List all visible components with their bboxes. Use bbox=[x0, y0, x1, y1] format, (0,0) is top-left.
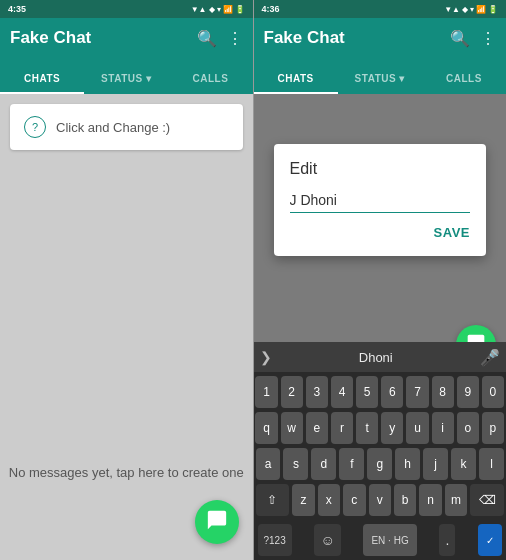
right-menu-icon[interactable]: ⋮ bbox=[480, 29, 496, 48]
right-tab-bar: CHATS STATUS ▾ CALLS bbox=[254, 58, 507, 94]
right-header-icons: 🔍 ⋮ bbox=[450, 29, 496, 48]
period-key[interactable]: . bbox=[439, 524, 455, 556]
key-y[interactable]: y bbox=[381, 412, 403, 444]
key-v[interactable]: v bbox=[369, 484, 391, 516]
chat-item-icon: ? bbox=[24, 116, 46, 138]
right-time: 4:36 bbox=[262, 4, 280, 14]
key-4[interactable]: 4 bbox=[331, 376, 353, 408]
mic-icon[interactable]: 🎤 bbox=[480, 348, 500, 367]
chat-item-text: Click and Change :) bbox=[56, 120, 170, 135]
right-phone: 4:36 ▼▲ ◆ ▾ 📶 🔋 Fake Chat 🔍 ⋮ CHATS STAT… bbox=[254, 0, 507, 560]
left-fab-icon bbox=[206, 509, 228, 536]
left-phone: 4:35 ▼▲ ◆ ▾ 📶 🔋 Fake Chat 🔍 ⋮ CHATS STAT… bbox=[0, 0, 253, 560]
right-main-content: Edit SAVE ❯ Dhoni 🎤 bbox=[254, 94, 507, 560]
key-c[interactable]: c bbox=[343, 484, 365, 516]
key-j[interactable]: j bbox=[423, 448, 448, 480]
dialog-actions: SAVE bbox=[290, 225, 471, 240]
key-z[interactable]: z bbox=[292, 484, 314, 516]
left-header-icons: 🔍 ⋮ bbox=[197, 29, 243, 48]
right-search-icon[interactable]: 🔍 bbox=[450, 29, 470, 48]
suggestion-text[interactable]: Dhoni bbox=[278, 350, 475, 365]
key-f[interactable]: f bbox=[339, 448, 364, 480]
kb-row-numbers: 1 2 3 4 5 6 7 8 9 0 bbox=[256, 376, 505, 408]
keyboard: ❯ Dhoni 🎤 1 2 3 4 5 6 7 8 9 0 bbox=[254, 342, 507, 560]
key-6[interactable]: 6 bbox=[381, 376, 403, 408]
key-x[interactable]: x bbox=[318, 484, 340, 516]
key-5[interactable]: 5 bbox=[356, 376, 378, 408]
left-status-bar: 4:35 ▼▲ ◆ ▾ 📶 🔋 bbox=[0, 0, 253, 18]
key-7[interactable]: 7 bbox=[406, 376, 428, 408]
key-0[interactable]: 0 bbox=[482, 376, 504, 408]
right-tab-status[interactable]: STATUS ▾ bbox=[338, 65, 422, 94]
left-search-icon[interactable]: 🔍 bbox=[197, 29, 217, 48]
no-messages-text: No messages yet, tap here to create one bbox=[0, 465, 253, 480]
key-h[interactable]: h bbox=[395, 448, 420, 480]
emoji-key[interactable]: ☺ bbox=[314, 524, 340, 556]
save-button[interactable]: SAVE bbox=[434, 225, 470, 240]
right-tab-chats[interactable]: CHATS bbox=[254, 65, 338, 94]
key-a[interactable]: a bbox=[256, 448, 281, 480]
right-status-bar: 4:36 ▼▲ ◆ ▾ 📶 🔋 bbox=[254, 0, 507, 18]
kb-bottom-row: ?123 ☺ EN · HG . ✓ bbox=[254, 524, 507, 560]
key-r[interactable]: r bbox=[331, 412, 353, 444]
key-1[interactable]: 1 bbox=[255, 376, 277, 408]
key-m[interactable]: m bbox=[445, 484, 467, 516]
left-time: 4:35 bbox=[8, 4, 26, 14]
enter-key[interactable]: ✓ bbox=[478, 524, 502, 556]
key-2[interactable]: 2 bbox=[281, 376, 303, 408]
symbols-key[interactable]: ?123 bbox=[258, 524, 292, 556]
left-tab-bar: CHATS STATUS ▾ CALLS bbox=[0, 58, 253, 94]
right-tab-calls[interactable]: CALLS bbox=[422, 65, 506, 94]
key-3[interactable]: 3 bbox=[306, 376, 328, 408]
key-t[interactable]: t bbox=[356, 412, 378, 444]
dialog-input[interactable] bbox=[290, 190, 471, 213]
key-s[interactable]: s bbox=[283, 448, 308, 480]
dialog-title: Edit bbox=[290, 160, 471, 178]
left-tab-status[interactable]: STATUS ▾ bbox=[84, 65, 168, 94]
key-8[interactable]: 8 bbox=[432, 376, 454, 408]
right-status-icons: ▼▲ ◆ ▾ 📶 🔋 bbox=[444, 5, 498, 14]
key-p[interactable]: p bbox=[482, 412, 504, 444]
chevron-right-icon[interactable]: ❯ bbox=[260, 349, 272, 365]
right-app-title: Fake Chat bbox=[264, 28, 345, 48]
key-q[interactable]: q bbox=[255, 412, 277, 444]
kb-row-qwerty: q w e r t y u i o p bbox=[256, 412, 505, 444]
left-fab[interactable] bbox=[195, 500, 239, 544]
language-key[interactable]: EN · HG bbox=[363, 524, 416, 556]
key-b[interactable]: b bbox=[394, 484, 416, 516]
keyboard-rows: 1 2 3 4 5 6 7 8 9 0 q w e r t bbox=[254, 372, 507, 524]
key-e[interactable]: e bbox=[306, 412, 328, 444]
backspace-key[interactable]: ⌫ bbox=[470, 484, 504, 516]
key-g[interactable]: g bbox=[367, 448, 392, 480]
left-menu-icon[interactable]: ⋮ bbox=[227, 29, 243, 48]
shift-key[interactable]: ⇧ bbox=[256, 484, 290, 516]
key-u[interactable]: u bbox=[406, 412, 428, 444]
left-app-title: Fake Chat bbox=[10, 28, 91, 48]
chat-item-card[interactable]: ? Click and Change :) bbox=[10, 104, 243, 150]
key-k[interactable]: k bbox=[451, 448, 476, 480]
key-9[interactable]: 9 bbox=[457, 376, 479, 408]
key-i[interactable]: i bbox=[432, 412, 454, 444]
key-l[interactable]: l bbox=[479, 448, 504, 480]
key-o[interactable]: o bbox=[457, 412, 479, 444]
kb-row-asdf: a s d f g h j k l bbox=[256, 448, 505, 480]
right-app-header: Fake Chat 🔍 ⋮ bbox=[254, 18, 507, 58]
key-n[interactable]: n bbox=[419, 484, 441, 516]
key-d[interactable]: d bbox=[311, 448, 336, 480]
left-status-icons: ▼▲ ◆ ▾ 📶 🔋 bbox=[191, 5, 245, 14]
left-main-content: ? Click and Change :) No messages yet, t… bbox=[0, 94, 253, 560]
edit-dialog: Edit SAVE bbox=[274, 144, 487, 256]
left-tab-chats[interactable]: CHATS bbox=[0, 65, 84, 94]
key-w[interactable]: w bbox=[281, 412, 303, 444]
left-app-header: Fake Chat 🔍 ⋮ bbox=[0, 18, 253, 58]
left-tab-calls[interactable]: CALLS bbox=[168, 65, 252, 94]
suggestion-bar: ❯ Dhoni 🎤 bbox=[254, 342, 507, 372]
kb-row-zxcv: ⇧ z x c v b n m ⌫ bbox=[256, 484, 505, 516]
